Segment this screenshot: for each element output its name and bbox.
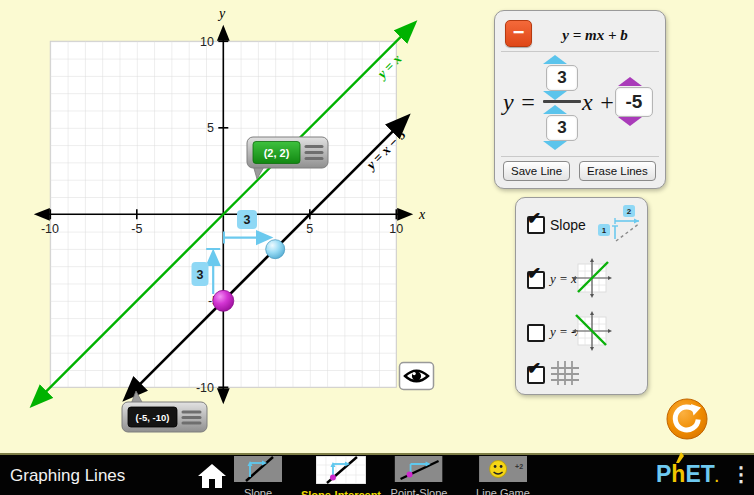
slope-intercept-tab-icon	[316, 456, 366, 484]
run-value-box: 3	[546, 115, 578, 141]
logo-letter: P	[656, 461, 671, 487]
options-panel: ✔ Slope 2 1 ✔ y = x y = -x	[515, 197, 648, 395]
grid-icon	[550, 360, 584, 386]
logo-dot: .	[715, 469, 719, 485]
fraction-bar	[543, 100, 581, 103]
slope-tool-icon: 2 1	[592, 202, 644, 246]
run-increment-arrow[interactable]	[543, 105, 567, 114]
line-game-badge: +2	[515, 463, 523, 470]
y-equals-neg-x-checkbox[interactable]	[527, 324, 545, 342]
x-tick-10: 10	[389, 222, 403, 236]
intercept-increment-arrow[interactable]	[618, 77, 642, 86]
intercept-point-handle[interactable]	[213, 290, 234, 311]
point-slope-tab-icon	[395, 456, 443, 482]
divider	[501, 51, 659, 52]
slope-tab-icon	[234, 456, 282, 482]
tab-line-game-label: Line Game	[476, 487, 530, 495]
navigation-bar: Graphing Lines Slope Slope-Intercept	[0, 453, 754, 495]
intercept-decrement-arrow[interactable]	[618, 117, 642, 126]
rise-increment-arrow[interactable]	[543, 55, 567, 64]
tab-slope-intercept[interactable]: Slope-Intercept	[301, 456, 381, 495]
home-icon	[198, 464, 226, 488]
y-equals-x-icon	[568, 256, 616, 300]
check-icon: ✔	[527, 208, 541, 229]
tab-slope-intercept-label: Slope-Intercept	[301, 489, 381, 495]
slope-checkbox[interactable]: ✔	[527, 216, 545, 234]
y-equals-x-checkbox[interactable]: ✔	[527, 271, 545, 289]
equation-panel: − y = mx + b y = 3 3 x + -5 Save Line Er…	[494, 10, 666, 189]
equation-x-term: x +	[582, 89, 615, 116]
check-icon: ✔	[527, 358, 541, 379]
point-tool-black-value: (-5, -10)	[136, 412, 170, 423]
flame-icon	[674, 452, 686, 463]
point-tool-green-value: (2, 2)	[264, 147, 290, 159]
phet-logo[interactable]: PhET.	[656, 461, 719, 488]
y-tick-10: 10	[200, 35, 214, 49]
y-tick-5: 5	[207, 121, 214, 135]
rise-value-box: 3	[546, 65, 578, 91]
x-axis-label: x	[418, 207, 426, 222]
svg-text:2: 2	[627, 207, 632, 216]
sim-title: Graphing Lines	[10, 466, 125, 486]
line-game-tab-icon: +2	[479, 456, 527, 482]
graph-area: x -10 -5 5 10 y 10 5 -5 -10 y = x y = x …	[0, 0, 460, 450]
tab-line-game[interactable]: +2 Line Game	[476, 456, 530, 495]
menu-dots-icon[interactable]: ⋮	[731, 462, 751, 486]
x-tick-neg10: -10	[41, 222, 59, 236]
check-icon: ✔	[527, 263, 541, 284]
save-line-button[interactable]: Save Line	[503, 161, 570, 181]
y-equals-neg-x-icon	[568, 309, 616, 353]
tab-slope-label: Slope	[234, 487, 282, 495]
slope-checkbox-label: Slope	[550, 217, 586, 233]
tab-point-slope[interactable]: Point-Slope	[391, 456, 448, 495]
reset-all-button[interactable]	[665, 397, 709, 441]
hide-lines-button[interactable]	[400, 363, 434, 390]
minus-icon: −	[513, 21, 525, 43]
rise-decrement-arrow[interactable]	[543, 91, 567, 100]
divider	[501, 156, 659, 157]
run-decrement-arrow[interactable]	[543, 141, 567, 150]
tab-point-slope-label: Point-Slope	[391, 487, 448, 495]
tab-slope[interactable]: Slope	[234, 456, 282, 495]
logo-letter: h	[671, 461, 685, 487]
run-value: 3	[244, 213, 251, 227]
intercept-value-box: -5	[615, 87, 653, 117]
point-tool-black[interactable]: (-5, -10)	[122, 391, 207, 432]
equation-panel-title: y = mx + b	[533, 27, 657, 44]
logo-letter: ET	[685, 461, 714, 487]
slope-point-handle[interactable]	[266, 240, 285, 259]
rise-value: 3	[197, 268, 204, 282]
x-tick-neg5: -5	[131, 222, 142, 236]
collapse-button[interactable]: −	[505, 20, 532, 47]
x-tick-5: 5	[306, 222, 313, 236]
y-tick-neg10: -10	[196, 381, 214, 395]
grid-checkbox[interactable]: ✔	[527, 366, 545, 384]
svg-text:1: 1	[602, 226, 607, 235]
erase-lines-button[interactable]: Erase Lines	[579, 161, 656, 181]
home-button[interactable]	[197, 463, 227, 489]
equation-lhs: y =	[503, 89, 536, 116]
smiley-icon	[490, 461, 507, 478]
y-axis-label: y	[217, 6, 226, 21]
